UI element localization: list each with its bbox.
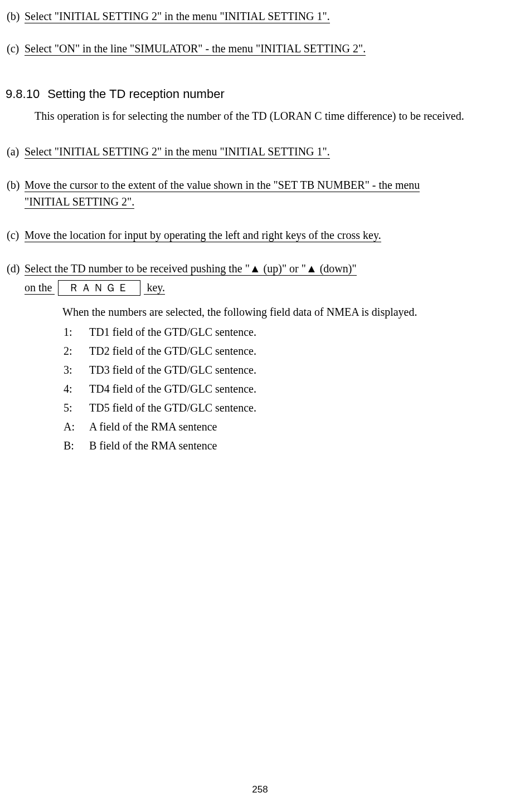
range-key: ＲＡＮＧＥ [58, 280, 140, 296]
step-body: Select "INITIAL SETTING 2" in the menu "… [25, 8, 499, 25]
field-data-table: 1:TD1 field of the GTD/GLC sentence. 2:T… [64, 322, 256, 455]
step-text-line2: "INITIAL SETTING 2". [25, 195, 134, 209]
field-value: TD4 field of the GTD/GLC sentence. [89, 379, 256, 398]
step-d-line1: Select the TD number to be received push… [25, 262, 357, 276]
section-intro: This operation is for selecting the numb… [19, 107, 499, 124]
field-data-intro: When the numbers are selected, the follo… [62, 304, 499, 320]
step-text-line1: Move the cursor to the extent of the val… [25, 179, 420, 192]
field-key: 5: [64, 398, 89, 417]
table-row: 1:TD1 field of the GTD/GLC sentence. [64, 322, 256, 341]
step-marker: (c) [6, 227, 25, 243]
field-key: B: [64, 436, 89, 455]
field-value: TD5 field of the GTD/GLC sentence. [89, 398, 256, 417]
step-marker: (d) [6, 260, 25, 298]
table-row: A:A field of the RMA sentence [64, 417, 256, 436]
step-body: Select the TD number to be received push… [25, 260, 499, 298]
field-key: 4: [64, 379, 89, 398]
page: (b) Select "INITIAL SETTING 2" in the me… [0, 0, 520, 812]
field-value: TD1 field of the GTD/GLC sentence. [89, 322, 256, 341]
section-heading: 9.8.10Setting the TD reception number [6, 85, 499, 103]
field-data-block: When the numbers are selected, the follo… [23, 304, 499, 455]
step-a: (a) Select "INITIAL SETTING 2" in the me… [6, 143, 499, 160]
step-d-line2-pre: on the [25, 281, 55, 295]
heading-number: 9.8.10 [6, 85, 40, 103]
field-key: A: [64, 417, 89, 436]
field-value: A field of the RMA sentence [89, 417, 256, 436]
step-d-line2: on the ＲＡＮＧＥ key. [25, 277, 165, 298]
step-c: (c) Move the location for input by opera… [6, 227, 499, 243]
step-text: Select "INITIAL SETTING 2" in the menu "… [25, 10, 330, 23]
table-row: 2:TD2 field of the GTD/GLC sentence. [64, 341, 256, 360]
table-row: B:B field of the RMA sentence [64, 436, 256, 455]
field-key: 1: [64, 322, 89, 341]
step-body: Move the location for input by operating… [25, 227, 499, 243]
field-value: TD2 field of the GTD/GLC sentence. [89, 341, 256, 360]
field-key: 2: [64, 341, 89, 360]
field-key: 3: [64, 360, 89, 379]
table-row: 4:TD4 field of the GTD/GLC sentence. [64, 379, 256, 398]
heading-title: Setting the TD reception number [47, 87, 225, 101]
step-text: Select "INITIAL SETTING 2" in the menu "… [25, 145, 330, 159]
step-body: Select "ON" in the line "SIMULATOR" - th… [25, 40, 499, 57]
step-d: (d) Select the TD number to be received … [6, 260, 499, 298]
step-text: Select "ON" in the line "SIMULATOR" - th… [25, 42, 366, 56]
step-c-top: (c) Select "ON" in the line "SIMULATOR" … [6, 40, 499, 57]
page-number: 258 [0, 782, 520, 797]
field-value: TD3 field of the GTD/GLC sentence. [89, 360, 256, 379]
step-d-line2-post: key. [144, 281, 165, 295]
step-marker: (b) [6, 8, 25, 25]
step-body: Move the cursor to the extent of the val… [25, 177, 499, 210]
step-text: Move the location for input by operating… [25, 229, 381, 242]
step-marker: (a) [6, 143, 25, 160]
field-value: B field of the RMA sentence [89, 436, 256, 455]
step-marker: (c) [6, 40, 25, 57]
main-steps: (a) Select "INITIAL SETTING 2" in the me… [6, 143, 499, 298]
step-b-top: (b) Select "INITIAL SETTING 2" in the me… [6, 8, 499, 25]
top-steps: (b) Select "INITIAL SETTING 2" in the me… [6, 8, 499, 57]
table-row: 3:TD3 field of the GTD/GLC sentence. [64, 360, 256, 379]
step-b: (b) Move the cursor to the extent of the… [6, 177, 499, 210]
table-row: 5:TD5 field of the GTD/GLC sentence. [64, 398, 256, 417]
step-marker: (b) [6, 177, 25, 210]
step-body: Select "INITIAL SETTING 2" in the menu "… [25, 143, 499, 160]
